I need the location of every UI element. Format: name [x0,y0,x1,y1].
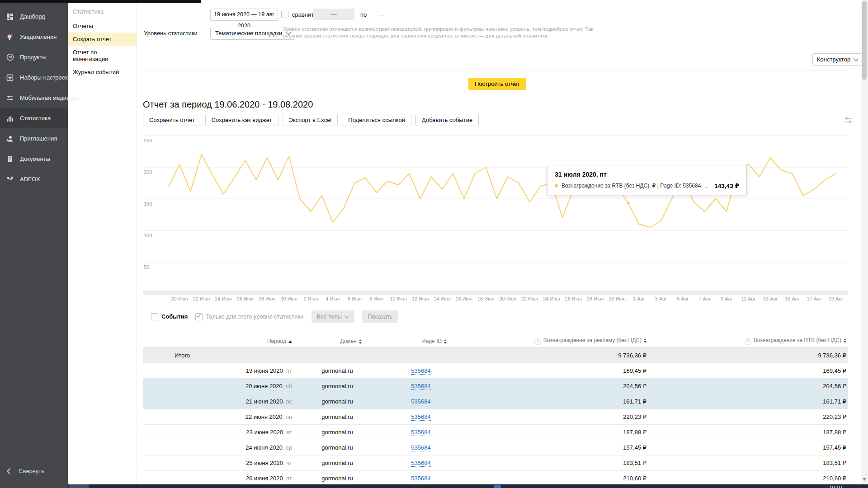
share-link-button[interactable]: Поделиться ссылкой [342,114,411,126]
page-id-link[interactable]: 535684 [411,413,430,421]
chart-horizontal-scrollbar[interactable] [143,291,848,295]
window-top-strip [0,0,201,3]
sidebar-item-invitations[interactable]: Приглашения [0,128,68,149]
sidebar-item-label: ADFOX [20,176,40,183]
invitations-icon [6,135,14,143]
sort-icon [844,338,846,343]
event-types-select[interactable]: Все типы [311,310,355,323]
chart-plot-area [143,136,848,295]
page-id-link[interactable]: 535684 [411,398,430,405]
chevron-down-icon [853,56,858,61]
x-axis-tick-label: 26 Июл [565,296,582,301]
subnav-item-reports[interactable]: Отчеты [68,19,137,33]
compare-to-field[interactable]: — [378,11,384,18]
chart-settings-icon[interactable] [844,117,853,125]
column-header-rtb-revenue[interactable]: ?Вознаграждение за RTB (без НДС) [646,337,848,345]
sort-asc-icon [288,340,292,343]
page-id-link[interactable]: 535684 [411,460,430,467]
subnav-header: Статистика [68,0,137,19]
x-axis-tick-label: 17 Авг [807,296,821,301]
help-icon[interactable]: ? [534,338,541,345]
add-event-button[interactable]: Добавить событие [415,114,479,126]
x-axis-tick-label: 24 Июл [543,296,560,301]
compare-from-field[interactable]: — [313,9,354,20]
sidebar-item-adfox[interactable]: ADFOX [0,169,68,189]
sidebar-item-dashboard[interactable]: Дашборд [0,6,68,27]
y-axis-tick-label: 50 [144,264,149,270]
table-row[interactable]: 23 июня 2020вт gormonal.ru 535684 187,88… [143,425,848,440]
sidebar-item-mobile-mediation[interactable]: Мобильная медиация [0,88,68,108]
x-axis-tick-label: 24 Июн [215,296,232,301]
compare-checkbox[interactable] [281,11,288,18]
table-row[interactable]: 26 июня 2020пт gormonal.ru 535684 210,60… [143,471,848,486]
column-header-period[interactable]: Период [143,338,306,344]
date-range-field[interactable]: 19 июня 2020 — 19 авг 2020 [210,9,278,21]
table-row[interactable]: 25 июня 2020чт gormonal.ru 535684 183,51… [143,455,848,471]
sidebar-item-label: Статистика [20,115,51,122]
sidebar-item-statistics[interactable]: Статистика [0,108,68,128]
x-axis-tick-label: 20 Июл [499,296,516,301]
x-axis-tick-label: 1 Авг [633,296,645,301]
table-total-row: Итого 9 736,36 ₽ 9 736,36 ₽ [143,347,848,363]
main-sidebar: Дашборд Уведомления 10 Продукты Наборы н… [0,0,68,488]
page-id-link[interactable]: 535684 [411,367,430,375]
save-as-widget-button[interactable]: Сохранить как виджет [205,114,278,126]
collapse-label: Свернуть [19,468,44,474]
save-report-button[interactable]: Сохранить отчет [143,114,201,126]
tooltip-date: 31 июля 2020, пт [555,171,739,178]
total-ad-revenue: 9 736,36 ₽ [491,352,646,359]
sidebar-item-label: Продукты [20,54,47,61]
subnav-item-event-log[interactable]: Журнал событий [68,66,137,79]
column-header-domain[interactable]: Домен [306,338,396,344]
table-row[interactable]: 21 июня 2020вс gormonal.ru 535684 161,71… [143,394,848,409]
statistics-level-help-text: Уровни статистики отличаются количеством… [283,26,613,39]
section-divider [143,70,848,70]
table-row[interactable]: 24 июня 2020ср gormonal.ru 535684 157,45… [143,440,848,455]
collapse-sidebar-button[interactable]: Свернуть [0,468,44,474]
sidebar-item-documents[interactable]: Документы [0,149,68,169]
page-id-link[interactable]: 535684 [411,383,430,390]
taskbar-app-segment[interactable] [69,484,89,488]
x-axis-tick-label: 7 Авг [699,296,711,301]
x-axis-tick-label: 6 Июл [348,296,362,301]
x-axis-tick-label: 26 Июн [237,296,254,301]
sidebar-item-products[interactable]: 10 Продукты [0,47,68,67]
table-row[interactable]: 20 июня 2020сб gormonal.ru 535684 204,56… [143,379,848,394]
page-id-link[interactable]: 535684 [411,444,430,451]
x-axis-tick-label: 28 Июл [587,296,604,301]
x-axis-tick-label: 19 Авг [829,296,843,301]
column-header-ad-revenue[interactable]: ?Вознаграждение за рекламу (без НДС) [473,337,646,345]
sort-icon [444,339,447,344]
events-checkbox[interactable] [151,313,158,320]
show-events-button[interactable]: Показать [362,310,398,323]
sidebar-item-notifications[interactable]: Уведомления [0,27,68,47]
x-axis-tick-label: 15 Авг [785,296,799,301]
rtb-revenue-line-chart[interactable]: 50100150200250 20 Июн22 Июн24 Июн26 Июн2… [143,136,848,306]
x-axis-tick-label: 9 Авг [721,296,732,301]
table-row[interactable]: 22 июня 2020пн gormonal.ru 535684 220,23… [143,409,848,425]
column-header-page-id[interactable]: Page ID [396,338,473,344]
x-axis-tick-label: 22 Июл [521,296,538,301]
sidebar-item-settings-sets[interactable]: Наборы настроек [0,67,68,88]
build-report-button[interactable]: Построить отчет [468,78,526,90]
scrollbar-thumb[interactable] [862,1,867,80]
statistics-subnav: Статистика Отчеты Создать отчет Отчет по… [68,0,137,484]
x-axis-tick-label: 2 Июл [304,296,318,301]
only-this-level-checkbox[interactable] [195,313,203,320]
constructor-button[interactable]: Конструктор [812,53,862,66]
export-excel-button[interactable]: Экспорт в Excel [283,114,338,126]
subnav-item-monetization-report[interactable]: Отчет по монетизации [68,46,137,66]
page-id-link[interactable]: 535684 [411,475,430,482]
tooltip-series-label: Вознаграждение за RTB (без НДС), ₽ | Pag… [561,183,701,189]
help-icon[interactable]: ? [745,338,751,345]
subnav-item-create-report[interactable]: Создать отчет [68,33,137,46]
sidebar-item-label: Дашборд [20,13,45,20]
vertical-scrollbar[interactable] [861,0,868,484]
adfox-icon [6,175,14,183]
table-row[interactable]: 19 июня 2020пт gormonal.ru 535684 169,45… [143,363,848,379]
taskbar-app-icon[interactable] [494,485,501,488]
table-header-row: Период Домен Page ID ?Вознаграждение за … [143,335,848,347]
x-axis-tick-label: 11 Авг [741,296,756,301]
scroll-down-icon[interactable] [863,478,866,481]
page-id-link[interactable]: 535684 [411,429,430,436]
